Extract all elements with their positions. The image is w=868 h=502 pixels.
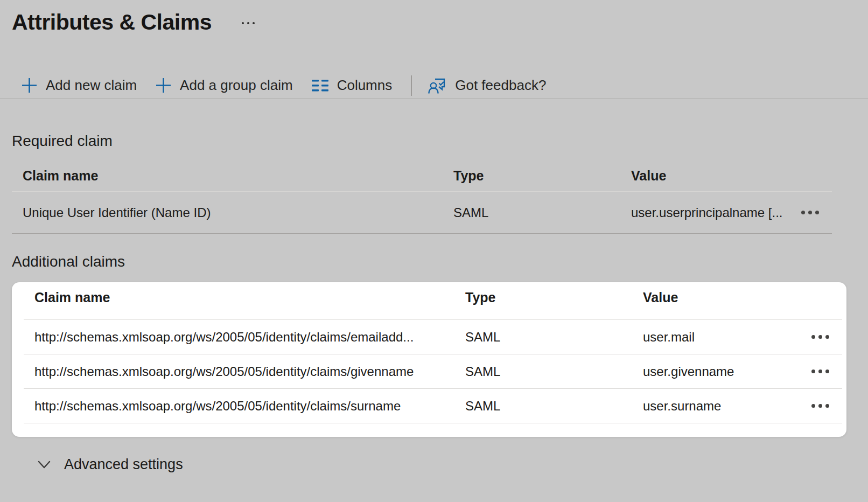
add-group-claim-button[interactable]: Add a group claim <box>156 77 293 94</box>
table-header-row: Claim name Type Value <box>24 282 842 320</box>
advanced-settings-toggle[interactable]: Advanced settings <box>24 456 183 473</box>
attributes-claims-page: Attributes & Claims Add new claim Add a … <box>0 0 868 502</box>
column-header-value: Value <box>632 290 795 305</box>
row-more-icon[interactable] <box>801 208 819 217</box>
value-cell: user.surname <box>632 399 795 414</box>
plus-icon <box>22 78 37 93</box>
additional-claims-table: Claim name Type Value http://schemas.xml… <box>24 282 846 423</box>
claim-name-cell[interactable]: http://schemas.xmlsoap.org/ws/2005/05/id… <box>24 364 454 379</box>
row-more-icon[interactable] <box>811 402 829 410</box>
required-claim-heading: Required claim <box>12 133 868 150</box>
columns-button[interactable]: Columns <box>312 77 393 94</box>
columns-label: Columns <box>337 77 393 94</box>
value-cell: user.mail <box>632 330 795 345</box>
claim-name-cell[interactable]: http://schemas.xmlsoap.org/ws/2005/05/id… <box>24 399 454 414</box>
column-header-type: Type <box>443 168 620 184</box>
table-row[interactable]: Unique User Identifier (Name ID) SAML us… <box>12 192 832 234</box>
chevron-down-icon <box>38 461 51 469</box>
claim-name-cell[interactable]: http://schemas.xmlsoap.org/ws/2005/05/id… <box>24 330 454 345</box>
advanced-settings-label: Advanced settings <box>64 456 183 473</box>
additional-claims-card: Claim name Type Value http://schemas.xml… <box>12 282 846 437</box>
add-group-claim-label: Add a group claim <box>180 77 293 94</box>
columns-icon <box>312 79 328 93</box>
type-cell: SAML <box>443 205 620 220</box>
column-header-claim-name: Claim name <box>12 168 443 184</box>
add-new-claim-label: Add new claim <box>46 77 137 94</box>
table-row[interactable]: http://schemas.xmlsoap.org/ws/2005/05/id… <box>24 320 842 354</box>
column-header-type: Type <box>454 290 632 305</box>
toolbar-divider <box>411 75 412 96</box>
got-feedback-label: Got feedback? <box>455 77 546 94</box>
value-cell: user.userprincipalname [... <box>620 205 785 220</box>
type-cell: SAML <box>454 330 632 345</box>
person-feedback-icon <box>428 76 446 95</box>
command-bar: Add new claim Add a group claim <box>0 72 868 99</box>
page-header: Attributes & Claims <box>12 9 868 36</box>
claim-name-cell[interactable]: Unique User Identifier (Name ID) <box>12 205 443 220</box>
got-feedback-button[interactable]: Got feedback? <box>428 76 546 95</box>
table-row[interactable]: http://schemas.xmlsoap.org/ws/2005/05/id… <box>24 354 842 389</box>
additional-claims-heading: Additional claims <box>12 253 868 270</box>
add-new-claim-button[interactable]: Add new claim <box>22 77 137 94</box>
column-header-value: Value <box>620 168 785 184</box>
page-title: Attributes & Claims <box>12 10 212 35</box>
table-row[interactable]: http://schemas.xmlsoap.org/ws/2005/05/id… <box>24 389 842 423</box>
required-claim-table: Claim name Type Value Unique User Identi… <box>12 150 832 234</box>
type-cell: SAML <box>454 399 632 414</box>
type-cell: SAML <box>454 364 632 379</box>
page-more-icon[interactable] <box>242 22 255 24</box>
plus-icon <box>156 78 171 93</box>
table-header-row: Claim name Type Value <box>12 150 832 192</box>
row-more-icon[interactable] <box>811 367 829 375</box>
value-cell: user.givenname <box>632 364 795 379</box>
column-header-claim-name: Claim name <box>24 290 454 305</box>
row-more-icon[interactable] <box>811 333 829 341</box>
